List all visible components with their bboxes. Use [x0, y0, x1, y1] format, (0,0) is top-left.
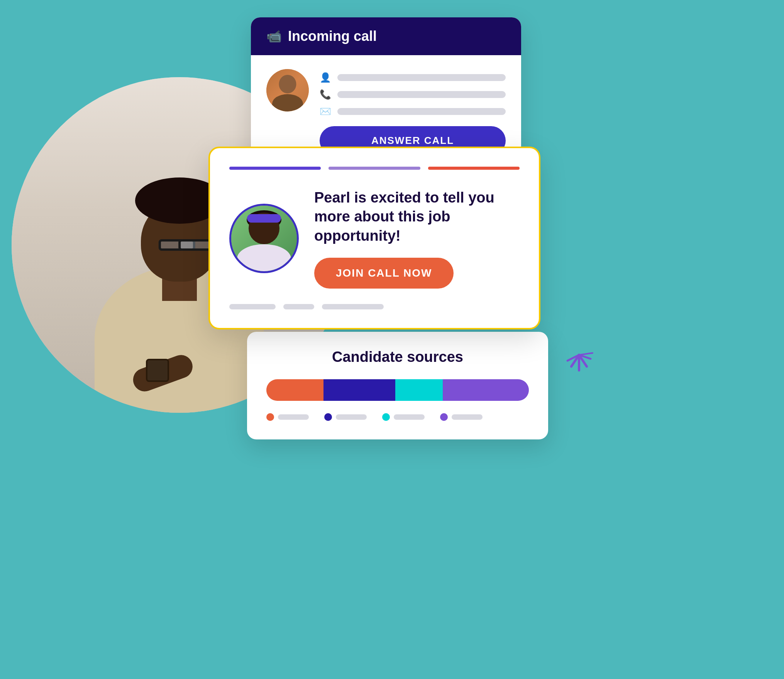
- legend-item-cyan: [382, 413, 425, 421]
- legend-item-darkblue: [324, 413, 367, 421]
- caller-head: [279, 75, 296, 93]
- bottom-bar-2: [283, 304, 314, 309]
- legend-dot-purple: [440, 413, 448, 421]
- legend-dot-cyan: [382, 413, 390, 421]
- pearl-avatar: [229, 204, 299, 273]
- pearl-avatar-inner: [231, 206, 297, 271]
- email-bar: [337, 108, 506, 115]
- caller-info: 👤 📞 ✉️ ANSWER CALL: [320, 69, 506, 155]
- svg-line-5: [579, 353, 593, 355]
- pearl-body: [237, 244, 291, 271]
- legend-dot-orange: [266, 413, 274, 421]
- caller-body: [272, 94, 303, 111]
- sources-legend: [266, 413, 529, 421]
- tab-line-orange: [428, 167, 520, 170]
- segment-orange: [266, 379, 323, 401]
- legend-item-purple: [440, 413, 483, 421]
- tab-line-lavender: [329, 167, 420, 170]
- sources-bar: [266, 379, 529, 401]
- phone-icon: 📞: [320, 89, 331, 100]
- info-row-email: ✉️: [320, 106, 506, 117]
- caller-avatar-inner: [266, 69, 309, 111]
- segment-darkblue: [323, 379, 395, 401]
- legend-bar-orange: [278, 414, 309, 420]
- sparkles-decoration: [556, 347, 602, 395]
- info-row-phone: 📞: [320, 89, 506, 100]
- featured-bottom-bars: [229, 304, 520, 309]
- legend-bar-cyan: [394, 414, 425, 420]
- bottom-bar-3: [322, 304, 384, 309]
- legend-dot-darkblue: [324, 413, 332, 421]
- featured-card: Pearl is excited to tell you more about …: [208, 147, 540, 329]
- info-row-name: 👤: [320, 72, 506, 83]
- person-icon: 👤: [320, 72, 331, 83]
- sources-card: Candidate sources: [247, 332, 548, 439]
- incoming-call-title: Incoming call: [288, 28, 377, 44]
- phone-bar: [337, 91, 506, 98]
- join-call-button[interactable]: JOIN CALL NOW: [314, 258, 454, 289]
- segment-cyan: [395, 379, 443, 401]
- email-icon: ✉️: [320, 106, 331, 117]
- legend-bar-darkblue: [336, 414, 367, 420]
- video-icon: 📹: [266, 29, 282, 44]
- legend-item-orange: [266, 413, 309, 421]
- tab-line-purple: [229, 167, 321, 170]
- featured-card-content: Pearl is excited to tell you more about …: [229, 188, 520, 289]
- featured-card-tabs: [229, 167, 520, 170]
- legend-bar-purple: [452, 414, 483, 420]
- bottom-bar-1: [229, 304, 276, 309]
- segment-purple: [443, 379, 529, 401]
- incoming-call-header: 📹 Incoming call: [251, 17, 521, 55]
- featured-text-section: Pearl is excited to tell you more about …: [314, 188, 520, 289]
- caller-avatar: [266, 69, 309, 111]
- sources-title: Candidate sources: [266, 349, 529, 365]
- name-bar: [337, 74, 506, 81]
- featured-description: Pearl is excited to tell you more about …: [314, 188, 520, 245]
